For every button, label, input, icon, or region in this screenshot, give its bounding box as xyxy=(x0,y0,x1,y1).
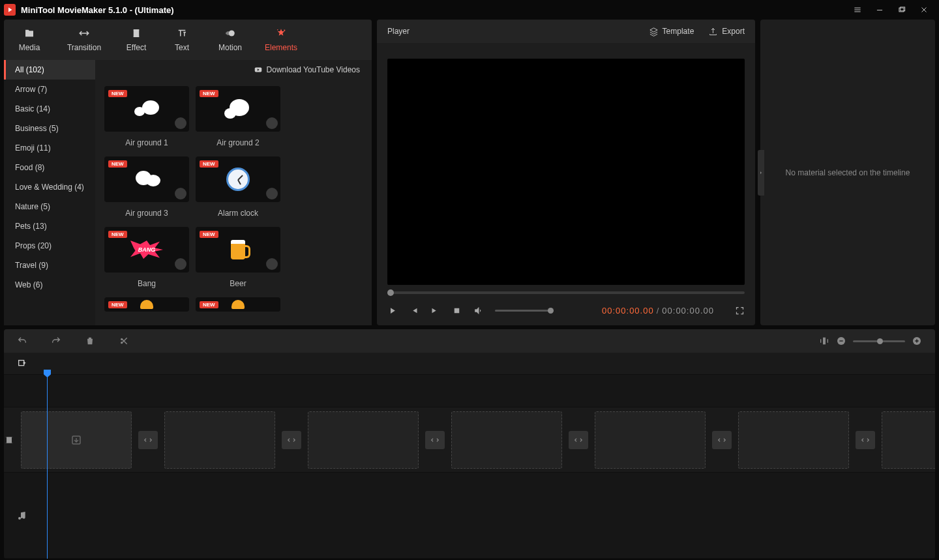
category-item[interactable]: Pets (13) xyxy=(4,216,95,236)
clip-slot[interactable] xyxy=(21,411,132,469)
category-item[interactable]: Nature (5) xyxy=(4,197,95,216)
transition-slot[interactable] xyxy=(425,431,445,449)
clip-slot[interactable] xyxy=(738,411,849,469)
download-icon[interactable] xyxy=(175,258,186,270)
new-badge: NEW xyxy=(108,301,127,308)
element-label: Beer xyxy=(196,279,280,288)
app-title: MiniTool MovieMaker 5.1.0 - (Ultimate) xyxy=(21,5,174,15)
clip-slot[interactable] xyxy=(164,411,275,469)
download-icon[interactable] xyxy=(266,117,278,129)
volume-slider[interactable] xyxy=(495,310,554,312)
playhead[interactable] xyxy=(47,372,48,559)
transition-slot[interactable] xyxy=(856,431,875,449)
tab-motion[interactable]: Motion xyxy=(205,20,256,60)
player-title: Player xyxy=(387,27,410,36)
element-label: Air ground 3 xyxy=(104,209,189,218)
delete-icon[interactable] xyxy=(85,336,95,346)
transition-slot[interactable] xyxy=(138,431,158,449)
tab-media[interactable]: Media xyxy=(4,20,55,60)
transition-slot[interactable] xyxy=(712,431,732,449)
clip-slot[interactable] xyxy=(882,411,935,469)
download-icon[interactable] xyxy=(175,188,186,199)
close-icon[interactable] xyxy=(913,0,935,20)
add-track-icon[interactable] xyxy=(17,359,27,369)
element-label: Bang xyxy=(104,279,189,288)
titlebar: MiniTool MovieMaker 5.1.0 - (Ultimate) xyxy=(0,0,939,20)
zoom-out-icon[interactable] xyxy=(836,336,846,346)
download-icon[interactable] xyxy=(266,258,278,270)
volume-icon[interactable] xyxy=(473,306,483,316)
category-item[interactable]: Emoji (11) xyxy=(4,138,95,158)
new-badge: NEW xyxy=(108,90,127,97)
fit-zoom-icon[interactable] xyxy=(819,336,829,346)
category-item[interactable]: Business (5) xyxy=(4,119,95,138)
new-badge: NEW xyxy=(200,301,218,308)
player-viewport[interactable] xyxy=(387,59,745,285)
svg-point-7 xyxy=(226,33,228,35)
timeline[interactable] xyxy=(4,353,935,559)
element-thumb[interactable]: NEWAir ground 1 xyxy=(104,86,189,147)
play-icon[interactable] xyxy=(387,306,397,316)
svg-rect-2 xyxy=(134,29,140,37)
element-label: Air ground 1 xyxy=(104,138,189,147)
tab-transition[interactable]: Transition xyxy=(55,20,113,60)
element-thumb[interactable]: NEWAlarm clock xyxy=(196,156,280,218)
timeline-toolbar xyxy=(4,329,935,353)
split-icon[interactable] xyxy=(119,336,129,346)
next-frame-icon[interactable] xyxy=(430,306,440,316)
zoom-in-icon[interactable] xyxy=(912,336,922,346)
category-item[interactable]: Travel (9) xyxy=(4,256,95,275)
element-thumb[interactable]: NEWAir ground 2 xyxy=(196,86,280,147)
svg-rect-4 xyxy=(140,31,141,37)
download-icon[interactable] xyxy=(175,117,186,129)
category-item[interactable]: Basic (14) xyxy=(4,99,95,119)
player-progress[interactable] xyxy=(387,291,745,294)
export-button[interactable]: Export xyxy=(708,27,745,37)
new-badge: NEW xyxy=(200,90,218,97)
element-thumb[interactable]: NEW xyxy=(196,297,280,312)
tab-text[interactable]: Text xyxy=(159,20,205,60)
clip-slot[interactable] xyxy=(308,411,419,469)
elements-grid[interactable]: NEWAir ground 1NEWAir ground 2NEWAir gro… xyxy=(95,80,372,325)
zoom-slider[interactable] xyxy=(853,340,905,342)
element-thumb[interactable]: NEWBeer xyxy=(196,227,280,288)
template-button[interactable]: Template xyxy=(649,27,694,37)
stop-icon[interactable] xyxy=(452,306,462,316)
tab-elements[interactable]: Elements xyxy=(256,20,306,60)
download-youtube-link[interactable]: Download YouTube Videos xyxy=(95,60,372,80)
new-badge: NEW xyxy=(108,160,127,168)
undo-icon[interactable] xyxy=(17,336,27,346)
svg-rect-20 xyxy=(12,437,13,443)
category-item[interactable]: Arrow (7) xyxy=(4,80,95,99)
category-item[interactable]: Props (20) xyxy=(4,236,95,256)
svg-rect-11 xyxy=(455,308,460,313)
element-thumb[interactable]: NEWBANGBang xyxy=(104,227,189,288)
fullscreen-icon[interactable] xyxy=(735,306,745,316)
element-thumb[interactable]: NEW xyxy=(104,297,189,312)
category-item[interactable]: All (102) xyxy=(4,60,95,80)
category-item[interactable]: Love & Wedding (4) xyxy=(4,177,95,197)
collapse-handle[interactable] xyxy=(758,150,764,196)
menu-icon[interactable] xyxy=(846,0,869,20)
category-item[interactable]: Food (8) xyxy=(4,158,95,177)
svg-point-9 xyxy=(277,29,278,31)
clip-slot[interactable] xyxy=(595,411,706,469)
new-badge: NEW xyxy=(200,231,218,238)
clip-slot[interactable] xyxy=(451,411,562,469)
svg-rect-14 xyxy=(823,338,826,345)
redo-icon[interactable] xyxy=(51,336,61,346)
new-badge: NEW xyxy=(108,231,127,238)
category-item[interactable]: Web (6) xyxy=(4,275,95,295)
time-display: 00:00:00.00/00:00:00.00 xyxy=(602,306,714,316)
library-tabs: MediaTransitionEffectTextMotionElements xyxy=(4,20,372,60)
element-label: Air ground 2 xyxy=(196,138,280,147)
element-label: Alarm clock xyxy=(196,209,280,218)
tab-effect[interactable]: Effect xyxy=(113,20,159,60)
download-icon[interactable] xyxy=(266,188,278,199)
prev-frame-icon[interactable] xyxy=(409,306,419,316)
transition-slot[interactable] xyxy=(569,431,588,449)
maximize-icon[interactable] xyxy=(891,0,913,20)
minimize-icon[interactable] xyxy=(869,0,891,20)
transition-slot[interactable] xyxy=(282,431,301,449)
element-thumb[interactable]: NEWAir ground 3 xyxy=(104,156,189,218)
